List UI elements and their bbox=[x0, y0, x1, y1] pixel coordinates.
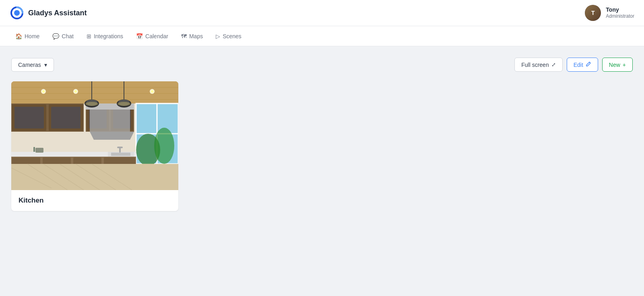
svg-rect-77 bbox=[35, 148, 43, 153]
svg-rect-26 bbox=[90, 110, 130, 132]
camera-image-kitchen bbox=[11, 81, 178, 190]
nav-label-scenes: Scenes bbox=[223, 33, 242, 39]
nav-item-scenes[interactable]: ▷ Scenes bbox=[210, 30, 247, 43]
integrations-icon: ⊞ bbox=[87, 33, 91, 39]
new-button[interactable]: New + bbox=[602, 58, 633, 72]
edit-label: Edit bbox=[574, 62, 583, 68]
edit-button[interactable]: Edit bbox=[567, 58, 598, 72]
main-nav: 🏠 Home 💬 Chat ⊞ Integrations 📅 Calendar … bbox=[0, 26, 644, 46]
plus-icon: + bbox=[623, 62, 626, 68]
fullscreen-button[interactable]: Full screen ⤢ bbox=[514, 58, 562, 72]
svg-rect-66 bbox=[11, 164, 178, 190]
cameras-dropdown-label: Cameras bbox=[18, 62, 41, 68]
chevron-down-icon: ▾ bbox=[44, 62, 47, 68]
svg-point-61 bbox=[42, 90, 45, 93]
svg-rect-74 bbox=[111, 153, 130, 156]
nav-label-home: Home bbox=[25, 33, 39, 39]
edit-icon bbox=[586, 61, 591, 68]
nav-label-integrations: Integrations bbox=[94, 33, 123, 39]
svg-rect-18 bbox=[14, 107, 44, 128]
nav-label-maps: Maps bbox=[189, 33, 203, 39]
svg-rect-19 bbox=[51, 107, 80, 128]
nav-item-home[interactable]: 🏠 Home bbox=[10, 30, 45, 43]
svg-point-14 bbox=[154, 128, 174, 164]
expand-icon: ⤢ bbox=[551, 62, 556, 68]
logo-section: Gladys Assistant bbox=[10, 6, 87, 20]
calendar-icon: 📅 bbox=[136, 33, 143, 39]
app-logo bbox=[10, 6, 24, 20]
camera-grid: Kitchen bbox=[11, 81, 633, 211]
chat-icon: 💬 bbox=[52, 33, 59, 39]
app-header: Gladys Assistant T Tony Administrator bbox=[0, 0, 644, 26]
nav-label-chat: Chat bbox=[62, 33, 74, 39]
svg-marker-27 bbox=[90, 132, 134, 140]
nav-item-chat[interactable]: 💬 Chat bbox=[47, 30, 79, 43]
new-label: New bbox=[609, 62, 620, 68]
nav-item-maps[interactable]: 🗺 Maps bbox=[175, 30, 208, 43]
camera-card-label: Kitchen bbox=[11, 190, 178, 211]
user-section[interactable]: T Tony Administrator bbox=[585, 5, 634, 21]
nav-item-calendar[interactable]: 📅 Calendar bbox=[130, 30, 174, 43]
svg-rect-76 bbox=[117, 147, 123, 148]
nav-label-calendar: Calendar bbox=[145, 33, 168, 39]
fullscreen-label: Full screen bbox=[521, 62, 549, 68]
main-content: Cameras ▾ Full screen ⤢ Edit New + bbox=[0, 46, 644, 296]
nav-item-integrations[interactable]: ⊞ Integrations bbox=[81, 30, 129, 43]
avatar[interactable]: T bbox=[585, 5, 601, 21]
top-bar: Cameras ▾ Full screen ⤢ Edit New + bbox=[11, 58, 633, 72]
user-info: Tony Administrator bbox=[606, 6, 634, 19]
home-icon: 🏠 bbox=[15, 33, 22, 39]
maps-icon: 🗺 bbox=[181, 33, 187, 39]
svg-rect-78 bbox=[33, 147, 35, 152]
action-buttons: Full screen ⤢ Edit New + bbox=[514, 58, 633, 72]
svg-point-65 bbox=[151, 90, 153, 93]
svg-point-59 bbox=[118, 102, 130, 106]
user-name: Tony bbox=[606, 6, 619, 13]
scenes-icon: ▷ bbox=[216, 33, 220, 39]
svg-point-2 bbox=[14, 10, 20, 16]
svg-point-63 bbox=[74, 90, 77, 93]
user-role: Administrator bbox=[606, 13, 634, 19]
app-title: Gladys Assistant bbox=[28, 9, 87, 17]
svg-point-55 bbox=[85, 102, 98, 106]
cameras-dropdown-button[interactable]: Cameras ▾ bbox=[11, 58, 54, 72]
camera-card-kitchen[interactable]: Kitchen bbox=[11, 81, 178, 211]
